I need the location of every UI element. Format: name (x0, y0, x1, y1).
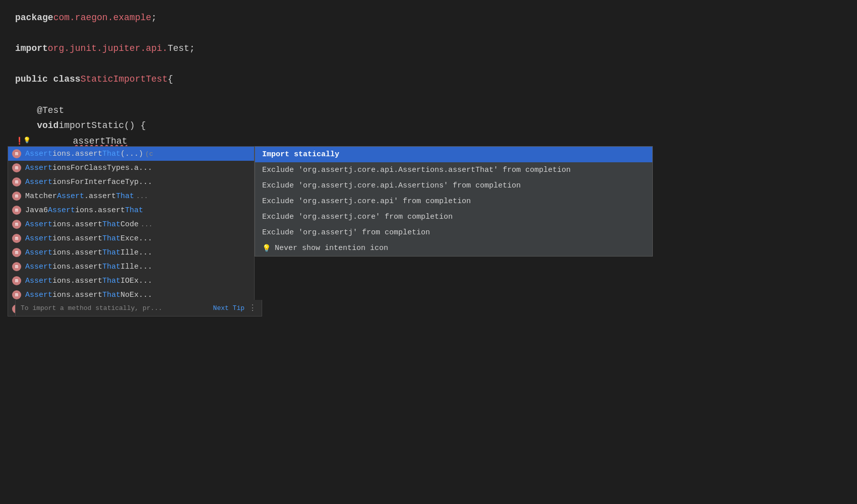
item-text: Assertions.assertThatExce... (25, 234, 152, 243)
intention-item-exclude-api[interactable]: Exclude 'org.assertj.core.api' from comp… (255, 194, 652, 209)
code-token: @Test (15, 103, 64, 118)
method-icon: m (12, 220, 21, 229)
item-text: Assertions.assertThat(...) (25, 150, 143, 158)
code-line-blank2 (15, 56, 842, 72)
code-token: void (37, 118, 58, 134)
method-icon: m (12, 192, 21, 201)
code-token: package (15, 10, 53, 26)
intention-label: Import statically (262, 150, 339, 159)
code-line-blank1 (15, 26, 842, 41)
code-token: import (15, 41, 48, 56)
tip-text: To import a method statically, pr... (21, 304, 210, 312)
intention-label: Exclude 'org.assertj.core.api.Assertions… (262, 166, 571, 174)
intention-label: Exclude 'org.assertj.core.api' from comp… (262, 197, 471, 206)
intention-label: Exclude 'org.assertj' from completion (262, 228, 430, 237)
autocomplete-item[interactable]: m Assertions.assertThatIOEx... (8, 274, 254, 288)
item-suffix: (c (145, 150, 153, 158)
item-text: Assertions.assertThatIlle... (25, 263, 152, 271)
item-suffix: ... (136, 193, 148, 200)
autocomplete-item[interactable]: m Assertions.assertThatIlle... (8, 245, 254, 260)
method-icon: m (12, 262, 21, 271)
intention-label: Exclude 'org.assertj.core' from completi… (262, 213, 453, 221)
code-line-method: void importStatic() { (15, 118, 842, 134)
autocomplete-item[interactable]: m AssertionsForClassTypes.a... (8, 161, 254, 175)
item-text: AssertionsForClassTypes.a... (25, 164, 152, 172)
autocomplete-item[interactable]: m Assertions.assertThatExce... (8, 231, 254, 245)
intention-label: Exclude 'org.assertj.core.api.Assertions… (262, 181, 521, 190)
method-icon: m (12, 163, 21, 172)
autocomplete-container: m Assertions.assertThat(...) (c m Assert… (8, 146, 653, 317)
autocomplete-item[interactable]: m Assertions.assertThat(...) (c (8, 147, 254, 161)
intention-menu: Import statically Exclude 'org.assertj.c… (255, 146, 653, 257)
autocomplete-item[interactable]: m Assertions.assertThatCode ... (8, 217, 254, 231)
item-text: Assertions.assertThatIOEx... (25, 277, 152, 285)
code-token: public class (15, 72, 81, 87)
code-token: org.junit.jupiter.api. (48, 41, 168, 56)
autocomplete-item[interactable]: m MatcherAssert.assertThat ... (8, 189, 254, 203)
item-suffix: ... (141, 221, 152, 228)
item-text: MatcherAssert.assertThat (25, 192, 134, 201)
error-icon: ❗ (15, 136, 24, 148)
next-tip-button[interactable]: Next Tip (213, 304, 244, 312)
editor: package com.raegon.example ; import org.… (0, 0, 857, 159)
intention-item-import-statically[interactable]: Import statically (255, 147, 652, 162)
code-token: importStatic() { (58, 118, 146, 134)
autocomplete-item[interactable]: m Assertions.assertThatIlle... (8, 260, 254, 274)
method-icon: m (12, 290, 21, 299)
method-icon: m (12, 248, 21, 257)
autocomplete-item[interactable]: m AssertionsForInterfaceTyp... (8, 175, 254, 189)
lightbulb-intention-icon: 💡 (262, 244, 271, 253)
intention-label: Never show intention icon (275, 244, 388, 253)
code-token: StaticImportTest (81, 72, 168, 87)
intention-item-exclude-assertions[interactable]: Exclude 'org.assertj.core.api.Assertions… (255, 178, 652, 194)
item-text: AssertionsForInterfaceTyp... (25, 178, 152, 186)
autocomplete-item[interactable]: m Java6Assertions.assertThat (8, 203, 254, 217)
code-token (15, 118, 37, 134)
tip-bar: To import a method statically, pr... Nex… (15, 300, 262, 317)
more-options-icon[interactable]: ⋮ (249, 303, 257, 313)
item-text: Java6Assertions.assertThat (25, 206, 143, 215)
code-line-package: package com.raegon.example ; (15, 10, 842, 26)
intention-item-exclude-assertj[interactable]: Exclude 'org.assertj' from completion (255, 225, 652, 240)
code-token: com.raegon.example (53, 10, 151, 26)
code-token: { (167, 72, 173, 87)
lightbulb-icon: 💡 (23, 136, 31, 146)
code-token: ; (151, 10, 157, 26)
intention-item-never-show[interactable]: 💡 Never show intention icon (255, 240, 652, 256)
item-text: Assertions.assertThatCode (25, 220, 139, 229)
item-text: Assertions.assertThatIlle... (25, 248, 152, 257)
item-text: Assertions.assertThatNoEx... (25, 291, 152, 299)
code-line-blank3 (15, 87, 842, 103)
method-icon: m (12, 276, 21, 285)
code-line-class: public class StaticImportTest { (15, 72, 842, 87)
code-line-import: import org.junit.jupiter.api. Test; (15, 41, 842, 56)
method-icon: m (12, 149, 21, 158)
method-icon: m (12, 177, 21, 186)
code-line-annotation: @Test (15, 103, 842, 118)
intention-item-exclude-core[interactable]: Exclude 'org.assertj.core' from completi… (255, 209, 652, 225)
intention-item-exclude-full[interactable]: Exclude 'org.assertj.core.api.Assertions… (255, 162, 652, 178)
method-icon: m (12, 234, 21, 243)
autocomplete-list: m Assertions.assertThat(...) (c m Assert… (8, 146, 255, 317)
code-token: Test; (167, 41, 195, 56)
method-icon: m (12, 206, 21, 215)
